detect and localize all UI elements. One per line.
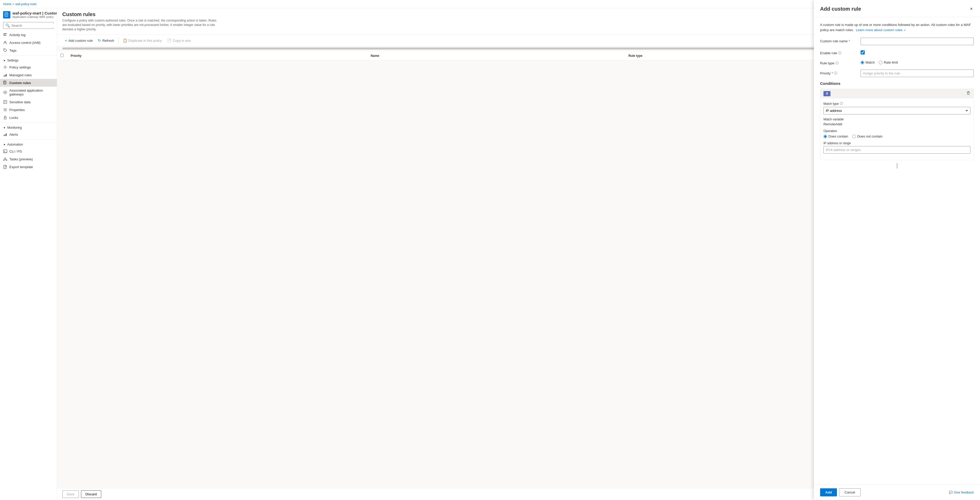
sidebar-item-alerts[interactable]: Alerts [0,130,57,138]
footer-actions: Add Cancel [820,488,861,496]
sidebar-item-policy-settings[interactable]: Policy settings [0,63,57,71]
locks-label: Locks [10,116,18,120]
settings-section-header[interactable]: ▼ Settings [0,57,57,63]
rule-type-match-radio[interactable] [861,61,864,64]
svg-rect-28 [6,133,7,136]
svg-rect-11 [5,75,6,76]
ip-range-input[interactable] [824,146,970,154]
does-not-contain-radio[interactable] [852,135,856,138]
sidebar-item-sensitive-data[interactable]: Sensitive data [0,98,57,106]
priority-required: * [832,71,833,75]
sensitive-data-icon [3,100,7,104]
svg-rect-6 [3,35,6,36]
duplicate-button[interactable]: 📋 Duplicate in this policy [120,37,165,44]
search-box[interactable]: 🔍 [3,22,54,29]
sidebar-item-locks[interactable]: Locks [0,114,57,121]
svg-rect-5 [3,34,6,35]
page-icon-title: waf-policy-mart | Custom rules Applicati… [3,11,54,18]
properties-label: Properties [10,108,25,112]
panel-header: Add custom rule × [814,0,980,17]
copy-button[interactable]: 📄 Copy to ano [164,37,193,44]
select-all-checkbox[interactable] [60,54,64,57]
sidebar-item-activity-log[interactable]: Activity log [0,31,57,39]
rule-type-rate-limit-option[interactable]: Rate limit [879,60,898,64]
add-button[interactable]: Add [820,488,837,496]
managed-rules-icon [3,73,7,77]
search-icon: 🔍 [5,23,10,27]
sidebar: waf-policy-mart | Custom rules Applicati… [0,8,57,500]
sidebar-item-properties[interactable]: Properties [0,106,57,114]
does-not-contain-option[interactable]: Does not contain [852,134,883,138]
rule-type-match-option[interactable]: Match [861,60,875,64]
feedback-icon: 💬 [949,490,953,494]
breadcrumb-current[interactable]: waf-policy-mart [15,2,37,6]
associated-gateways-label: Associated application gateways [10,89,54,96]
cancel-button[interactable]: Cancel [839,488,860,496]
policy-settings-label: Policy settings [10,65,31,69]
feedback-link[interactable]: 💬 Give feedback [949,490,974,494]
match-type-select[interactable]: IP address Geo match String match Size c… [824,107,970,114]
access-control-icon [3,40,7,44]
toolbar-divider [118,37,119,44]
external-link-icon: ↗ [904,29,905,32]
sidebar-item-custom-rules[interactable]: Custom rules [0,79,57,87]
sidebar-item-associated-gateways[interactable]: Associated application gateways [0,87,57,98]
priority-control [861,70,974,77]
sidebar-item-tags[interactable]: Tags [0,46,57,54]
refresh-button[interactable]: ↻ Refresh [95,37,117,44]
automation-section-header[interactable]: ▼ Automation [0,141,57,148]
sidebar-item-managed-rules[interactable]: Managed rules [0,71,57,79]
panel-body: A custom rule is made up of one or more … [814,17,980,484]
select-all-header [57,52,67,60]
priority-info-icon[interactable]: ⓘ [834,71,837,76]
panel-footer: Add Cancel 💬 Give feedback [814,484,980,500]
panel-overlay: Add custom rule × A custom rule is made … [814,0,980,500]
panel-close-button[interactable]: × [969,5,974,13]
condition-card: If Match type ⓘ IP address Ge [820,89,974,160]
search-input[interactable] [11,24,55,27]
sidebar-item-tasks[interactable]: Tasks (preview) [0,155,57,163]
delete-condition-button[interactable] [966,91,970,96]
rule-type-match-label: Match [865,60,875,64]
does-not-contain-label: Does not contain [857,134,883,138]
breadcrumb-home[interactable]: Home [3,2,11,6]
learn-more-link[interactable]: Learn more about custom rules [856,28,903,32]
monitoring-chevron: ▼ [3,126,6,129]
does-contain-option[interactable]: Does contain [824,134,848,138]
name-header: Name [368,52,625,60]
rule-type-rate-limit-label: Rate limit [884,60,898,64]
panel-title: Add custom rule [820,6,861,12]
match-type-row: Match type ⓘ IP address Geo match String… [824,102,970,114]
automation-chevron: ▼ [3,143,6,146]
properties-icon [3,108,7,112]
save-button[interactable]: Save [62,490,79,498]
settings-chevron: ▼ [3,59,6,62]
feedback-label: Give feedback [954,490,974,494]
enable-rule-checkbox-wrapper [861,49,974,54]
sidebar-divider-2 [0,122,57,123]
priority-input[interactable] [861,70,974,77]
sidebar-item-export-template[interactable]: Export template [0,163,57,171]
enable-rule-checkbox[interactable] [861,50,865,54]
match-type-label: Match type ⓘ [824,102,970,106]
priority-label: Priority * ⓘ [820,70,856,76]
export-template-icon [3,165,7,169]
monitoring-label: Monitoring [7,126,22,130]
rule-type-info-icon[interactable]: ⓘ [835,61,838,65]
discard-button[interactable]: Discard [81,490,101,498]
svg-point-31 [5,158,6,159]
custom-rule-name-label: Custom rule name * [820,38,856,43]
match-type-info-icon[interactable]: ⓘ [840,102,843,106]
sidebar-item-cli-ps[interactable]: CLI / PS [0,148,57,155]
rule-type-radio-group: Match Rate limit [861,59,974,64]
add-custom-rule-button[interactable]: + Add custom rule [62,37,95,44]
does-contain-radio[interactable] [824,135,827,138]
sidebar-divider-3 [0,139,57,140]
sidebar-divider-1 [0,55,57,56]
sidebar-item-access-control[interactable]: Access control (IAM) [0,39,57,46]
custom-rule-name-input[interactable] [861,38,974,45]
enable-rule-info-icon[interactable]: ⓘ [838,51,842,55]
monitoring-section-header[interactable]: ▼ Monitoring [0,124,57,130]
breadcrumb: Home > waf-policy-mart [3,2,37,6]
rule-type-rate-limit-radio[interactable] [879,61,882,64]
